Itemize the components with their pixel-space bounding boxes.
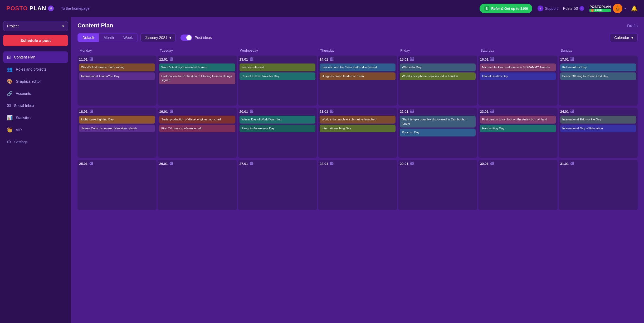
event-card[interactable]: Popcorn Day xyxy=(400,129,476,136)
day-header-sunday: Sunday xyxy=(559,47,638,53)
calendar-week-2: 18.01 🖼 Lighthouse Lighting DayJames Coo… xyxy=(77,108,638,158)
month-select[interactable]: January 2021 ▾ xyxy=(140,33,176,42)
support-button[interactable]: ? Support xyxy=(538,6,558,11)
event-card[interactable]: Casual Fellow Traveller Day xyxy=(240,72,315,80)
cell-date-label: 13.01 xyxy=(240,57,248,61)
content-plan-icon: ⊞ xyxy=(7,54,11,60)
add-post-icon[interactable]: 🖼 xyxy=(410,57,414,61)
sidebar-item-accounts[interactable]: 🔗 Accounts xyxy=(3,88,68,99)
statistics-icon: 📊 xyxy=(7,115,13,121)
posts-area: Posts 50 + xyxy=(563,6,584,11)
homepage-link[interactable]: To the homepage xyxy=(61,6,90,11)
posts-plus-button[interactable]: + xyxy=(579,6,584,11)
user-name: POSTOPLAN xyxy=(589,5,611,9)
sidebar-item-content-plan[interactable]: ⊞ Content Plan xyxy=(3,51,68,63)
add-post-icon[interactable]: 🖼 xyxy=(330,109,333,114)
add-post-icon[interactable]: 🖼 xyxy=(250,57,253,61)
add-post-icon[interactable]: 🖼 xyxy=(330,162,333,166)
sidebar-item-social-inbox[interactable]: ✉ Social Inbox xyxy=(3,100,68,111)
event-card[interactable]: World's first female motor racing xyxy=(79,63,155,71)
view-tabs: DefaultMonthWeek xyxy=(77,33,138,42)
bell-icon[interactable]: 🔔 xyxy=(631,5,638,12)
sidebar-item-roles-projects[interactable]: 👥 Roles and projects xyxy=(3,63,68,75)
add-post-icon[interactable]: 🖼 xyxy=(410,162,414,166)
add-post-icon[interactable]: 🖼 xyxy=(89,162,93,166)
event-card[interactable]: Protocol on the Prohibition of Cloning H… xyxy=(159,72,235,84)
add-post-icon[interactable]: 🖼 xyxy=(570,162,574,166)
event-card[interactable]: World's first phone book issued in Londo… xyxy=(400,72,476,80)
event-card[interactable]: Michael Jackson's album won 8 GRAMMY Awa… xyxy=(480,63,556,71)
add-post-icon[interactable]: 🖼 xyxy=(169,57,173,61)
schedule-post-button[interactable]: Schedule a post xyxy=(3,35,68,46)
calendar-cell-1501: 15.01 🖼 Wikipedia DayWorld's first phone… xyxy=(398,56,477,106)
event-card[interactable]: Global Beatles Day xyxy=(480,72,556,80)
event-card[interactable]: Wikipedia Day xyxy=(400,63,476,71)
calendar-cell-1101: 11.01 🖼 World's first female motor racin… xyxy=(77,56,157,106)
event-card[interactable]: Serial production of diesel engines laun… xyxy=(159,116,235,124)
calendar-cell-1701: 17.01 🖼 Kid Inventors' DayPeace Offering… xyxy=(559,56,638,106)
project-select[interactable]: Project ▾ xyxy=(3,21,68,31)
calendar-cell-1601: 16.01 🖼 Michael Jackson's album won 8 GR… xyxy=(478,56,557,106)
add-post-icon[interactable]: 🖼 xyxy=(490,109,494,114)
sidebar-item-label: Content Plan xyxy=(14,55,35,59)
event-card[interactable]: Lighthouse Lighting Day xyxy=(79,116,155,124)
cell-date-label: 19.01 xyxy=(159,110,168,114)
add-post-icon[interactable]: 🖼 xyxy=(410,109,414,114)
sidebar-item-label: Statistics xyxy=(16,116,31,120)
cell-date-label: 20.01 xyxy=(240,110,248,114)
calendar-select[interactable]: Calendar ▾ xyxy=(610,33,638,42)
logo-red: POSTO xyxy=(6,5,28,12)
sidebar-item-graphics-editor[interactable]: 🎨 Graphics editor xyxy=(3,76,68,87)
refer-button[interactable]: $ Refer & Get up to $100 xyxy=(480,4,532,13)
event-card[interactable]: First person to set foot on the Antarcti… xyxy=(480,116,556,124)
add-post-icon[interactable]: 🖼 xyxy=(89,57,93,61)
calendar-cell-2101: 21.01 🖼 World's first nuclear submarine … xyxy=(318,108,397,158)
sidebar-item-label: Accounts xyxy=(16,91,31,96)
event-card[interactable]: World's first nuclear submarine launched xyxy=(320,116,396,124)
add-post-icon[interactable]: 🖼 xyxy=(570,57,574,61)
add-post-icon[interactable]: 🖼 xyxy=(490,57,494,61)
add-post-icon[interactable]: 🖼 xyxy=(169,109,173,114)
calendar-cell-2401: 24.01 🖼 International Eskimo Pie DayInte… xyxy=(559,108,638,158)
add-post-icon[interactable]: 🖼 xyxy=(490,162,494,166)
event-card[interactable]: International Thank-You Day xyxy=(79,72,155,80)
cell-date-label: 21.01 xyxy=(320,110,328,114)
view-tab-month[interactable]: Month xyxy=(99,33,119,42)
event-card[interactable]: Giant temple complex discovered in Cambo… xyxy=(400,116,476,128)
event-card[interactable]: First TV press conference held xyxy=(159,125,235,133)
event-card[interactable]: International Eskimo Pie Day xyxy=(560,116,636,124)
add-post-icon[interactable]: 🖼 xyxy=(250,162,253,166)
add-post-icon[interactable]: 🖼 xyxy=(570,109,574,114)
user-chevron-icon[interactable]: ▾ xyxy=(625,7,626,10)
add-post-icon[interactable]: 🖼 xyxy=(89,109,93,114)
event-card[interactable]: James Cook discovered Hawaiian Islands xyxy=(79,125,155,133)
event-card[interactable]: Frisbee released xyxy=(240,63,315,71)
event-card[interactable]: Huygens probe landed on Titan xyxy=(320,72,396,80)
event-card[interactable]: Penguin Awareness Day xyxy=(240,125,315,133)
sidebar-item-statistics[interactable]: 📊 Statistics xyxy=(3,112,68,124)
event-card[interactable]: Winter Day of World Warming xyxy=(240,116,315,124)
calendar-cell-1801: 18.01 🖼 Lighthouse Lighting DayJames Coo… xyxy=(77,108,157,158)
sidebar-item-label: Roles and projects xyxy=(16,67,46,71)
view-tab-week[interactable]: Week xyxy=(119,33,138,42)
main-content: Content Plan Drafts DefaultMonthWeek Jan… xyxy=(71,17,644,323)
sidebar-item-label: VIP xyxy=(16,128,22,132)
sidebar-item-vip[interactable]: 👑 VIP xyxy=(3,124,68,136)
add-post-icon[interactable]: 🖼 xyxy=(250,109,253,114)
sidebar-item-settings[interactable]: ⚙ Settings xyxy=(3,136,68,148)
event-card[interactable]: Laocoön and His Sons statue discovered xyxy=(320,63,396,71)
calendar-cell-1401: 14.01 🖼 Laocoön and His Sons statue disc… xyxy=(318,56,397,106)
event-card[interactable]: International Hug Day xyxy=(320,125,396,133)
calendar-cell-2201: 22.01 🖼 Giant temple complex discovered … xyxy=(398,108,477,158)
post-ideas-toggle[interactable] xyxy=(180,35,192,41)
event-card[interactable]: Kid Inventors' Day xyxy=(560,63,636,71)
event-card[interactable]: International Day of Education xyxy=(560,125,636,133)
event-card[interactable]: Peace Offering to Phone God Day xyxy=(560,72,636,80)
event-card[interactable]: Handwriting Day xyxy=(480,125,556,133)
add-post-icon[interactable]: 🖼 xyxy=(330,57,333,61)
event-card[interactable]: World's first cryopreserved human xyxy=(159,63,235,71)
drafts-link[interactable]: Drafts xyxy=(627,23,638,28)
add-post-icon[interactable]: 🖼 xyxy=(169,162,173,166)
view-tab-default[interactable]: Default xyxy=(78,33,99,42)
calendar-cell-2801: 28.01 🖼 xyxy=(318,160,397,210)
